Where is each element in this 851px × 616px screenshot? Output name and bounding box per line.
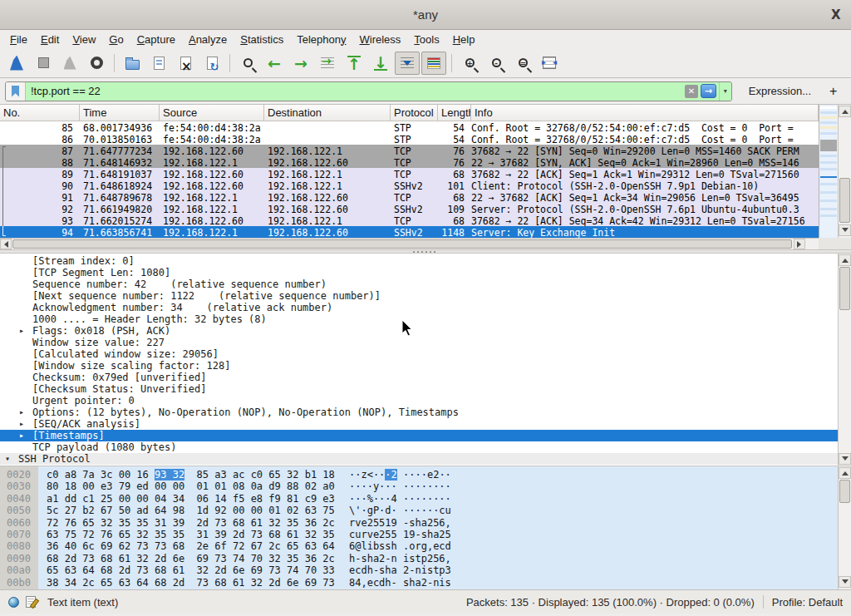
scroll-right-icon[interactable]: [794, 239, 805, 249]
expander-icon[interactable]: ▸: [19, 430, 32, 441]
detail-line[interactable]: Window size value: 227: [0, 337, 838, 348]
add-filter-button[interactable]: +: [824, 83, 841, 100]
scrollbar-thumb[interactable]: [839, 480, 850, 503]
column-header-destination[interactable]: Destination: [264, 105, 391, 121]
zoom-100-button[interactable]: [510, 52, 535, 75]
column-header-time[interactable]: Time: [80, 105, 160, 121]
hex-ascii[interactable]: 84,ecdh- sha2-nis: [349, 577, 451, 589]
save-file-button[interactable]: [146, 52, 171, 75]
close-window-button[interactable]: X: [826, 7, 843, 23]
column-header-source[interactable]: Source: [160, 105, 264, 121]
detail-line[interactable]: ▸Options: (12 bytes), No-Operation (NOP)…: [0, 407, 838, 418]
colorize-button[interactable]: [421, 52, 446, 75]
detail-line[interactable]: [Stream index: 0]: [0, 255, 838, 267]
expander-icon[interactable]: ▾: [5, 453, 18, 465]
menu-wireless[interactable]: Wireless: [353, 32, 408, 47]
hex-bytes[interactable]: 68 2d 73 68 61 32 2d 6e 69 73 74 70 32 3…: [47, 553, 335, 564]
packet-row-87[interactable]: 8771.647777234192.168.122.60192.168.122.…: [0, 145, 819, 156]
menu-capture[interactable]: Capture: [130, 32, 182, 47]
packet-list-hscrollbar[interactable]: [0, 238, 819, 249]
detail-line[interactable]: 1000 .... = Header Length: 32 bytes (8): [0, 313, 838, 325]
hex-bytes[interactable]: 80 18 00 e3 79 ed 00 00 01 01 08 0a d9 8…: [47, 480, 335, 492]
detail-line[interactable]: Sequence number: 42 (relative sequence n…: [0, 278, 838, 290]
status-profile[interactable]: Profile: Default: [772, 596, 843, 609]
hex-row-0040[interactable]: 0040a1 dd c1 25 00 00 04 34 06 14 f5 e8 …: [0, 493, 838, 505]
detail-line[interactable]: ▸[SEQ/ACK analysis]: [0, 418, 838, 430]
hex-row-0060[interactable]: 006072 76 65 32 35 35 31 39 2d 73 68 61 …: [0, 517, 838, 529]
column-header-length[interactable]: Length: [438, 105, 471, 121]
hex-bytes[interactable]: 38 34 2c 65 63 64 68 2d 73 68 61 32 2d 6…: [47, 577, 335, 589]
hex-row-00a0[interactable]: 00a065 63 64 68 2d 73 68 61 32 2d 6e 69 …: [0, 564, 838, 576]
hex-row-00b0[interactable]: 00b038 34 2c 65 63 64 68 2d 73 68 61 32 …: [0, 577, 838, 589]
column-header-info[interactable]: Info: [471, 105, 819, 121]
menu-view[interactable]: View: [66, 32, 102, 47]
start-capture-button[interactable]: [4, 52, 29, 75]
filter-apply-button[interactable]: →: [701, 84, 716, 98]
detail-line[interactable]: TCP payload (1080 bytes): [0, 441, 838, 453]
detail-line[interactable]: ▸Flags: 0x018 (PSH, ACK): [0, 325, 838, 337]
open-file-button[interactable]: [120, 52, 145, 75]
column-header-protocol[interactable]: Protocol: [391, 105, 438, 121]
detail-line[interactable]: Urgent pointer: 0: [0, 395, 838, 407]
hex-ascii[interactable]: ··z<···2 ····e2··: [349, 469, 451, 480]
packet-row-88[interactable]: 8871.648146932192.168.122.1192.168.122.6…: [0, 156, 819, 168]
packet-row-91[interactable]: 9171.648789678192.168.122.1192.168.122.6…: [0, 191, 819, 203]
display-filter-input[interactable]: [26, 85, 685, 97]
packet-row-93[interactable]: 9371.662015274192.168.122.60192.168.122.…: [0, 214, 819, 226]
hex-ascii[interactable]: h-sha2-n istp256,: [349, 553, 451, 564]
find-packet-button[interactable]: [235, 52, 260, 75]
detail-line[interactable]: ▸[Timestamps]: [0, 430, 838, 441]
hex-row-0050[interactable]: 00505c 27 b2 67 50 ad 64 98 1d 92 00 00 …: [0, 505, 838, 516]
go-forward-button[interactable]: [288, 52, 313, 75]
auto-scroll-button[interactable]: [395, 52, 420, 75]
zoom-in-button[interactable]: [457, 52, 482, 75]
hex-bytes[interactable]: 36 40 6c 69 62 73 73 68 2e 6f 72 67 2c 6…: [47, 540, 335, 552]
expander-icon[interactable]: ▸: [19, 418, 32, 430]
hex-ascii[interactable]: ···%···4 ········: [349, 493, 451, 505]
hex-row-0080[interactable]: 008036 40 6c 69 62 73 73 68 2e 6f 72 67 …: [0, 540, 838, 552]
menu-go[interactable]: Go: [102, 32, 130, 47]
menu-analyze[interactable]: Analyze: [182, 32, 234, 47]
column-header-no[interactable]: No.: [0, 105, 80, 121]
hex-row-0020[interactable]: 0020c0 a8 7a 3c 00 16 93 32 85 a3 ac c0 …: [0, 469, 838, 480]
hex-ascii[interactable]: 6@libssh .org,ecd: [349, 540, 451, 552]
packet-row-89[interactable]: 8971.648191037192.168.122.60192.168.122.…: [0, 168, 819, 180]
scroll-down-icon[interactable]: [839, 576, 851, 588]
hex-row-0070[interactable]: 007063 75 72 76 65 32 35 35 31 39 2d 73 …: [0, 529, 838, 540]
hex-bytes[interactable]: 72 76 65 32 35 35 31 39 2d 73 68 61 32 3…: [47, 517, 335, 529]
packet-row-86[interactable]: 8670.013850163fe:54:00:d4:38:2aSTP54Conf…: [0, 133, 819, 145]
hex-ascii[interactable]: ecdh-sha 2-nistp3: [349, 564, 451, 576]
hex-ascii[interactable]: rve25519 -sha256,: [349, 517, 451, 529]
menu-file[interactable]: File: [3, 32, 34, 47]
scroll-left-icon[interactable]: [0, 239, 12, 249]
packet-row-92[interactable]: 9271.661949820192.168.122.1192.168.122.6…: [0, 203, 819, 214]
details-vscrollbar[interactable]: [838, 254, 851, 466]
detail-line[interactable]: Checksum: 0x79ed [unverified]: [0, 372, 838, 383]
filter-bookmark-button[interactable]: [6, 82, 26, 101]
zoom-out-button[interactable]: [484, 52, 509, 75]
detail-line[interactable]: [Calculated window size: 29056]: [0, 348, 838, 360]
go-bottom-button[interactable]: [368, 52, 393, 75]
scroll-down-icon[interactable]: [839, 453, 851, 465]
capture-options-button[interactable]: [84, 52, 109, 75]
filter-clear-button[interactable]: ✕: [685, 85, 698, 98]
packet-row-85[interactable]: 8568.001734936fe:54:00:d4:38:2aSTP54Conf…: [0, 121, 819, 133]
scroll-up-icon[interactable]: [839, 467, 851, 479]
scroll-up-icon[interactable]: [839, 254, 851, 266]
resize-columns-button[interactable]: [537, 52, 562, 75]
detail-line[interactable]: ▸SSH Version 2 (encryption:chacha20-poly…: [0, 465, 838, 466]
detail-line[interactable]: [Window size scaling factor: 128]: [0, 360, 838, 372]
reload-file-button[interactable]: [199, 52, 224, 75]
hex-ascii[interactable]: curve255 19-sha25: [349, 529, 451, 540]
expander-icon[interactable]: ▸: [19, 407, 32, 418]
hex-bytes[interactable]: 5c 27 b2 67 50 ad 64 98 1d 92 00 00 01 0…: [47, 505, 335, 516]
menu-help[interactable]: Help: [446, 32, 482, 47]
scroll-down-icon[interactable]: [839, 224, 851, 236]
go-to-packet-button[interactable]: [315, 52, 340, 75]
expression-button[interactable]: Expression...: [744, 84, 816, 98]
hex-row-0030[interactable]: 003080 18 00 e3 79 ed 00 00 01 01 08 0a …: [0, 480, 838, 492]
go-back-button[interactable]: [262, 52, 287, 75]
packet-row-94[interactable]: 9471.663856741192.168.122.1192.168.122.6…: [0, 226, 819, 238]
packet-list-vscrollbar[interactable]: [838, 105, 851, 238]
detail-line[interactable]: [Next sequence number: 1122 (relative se…: [0, 290, 838, 302]
